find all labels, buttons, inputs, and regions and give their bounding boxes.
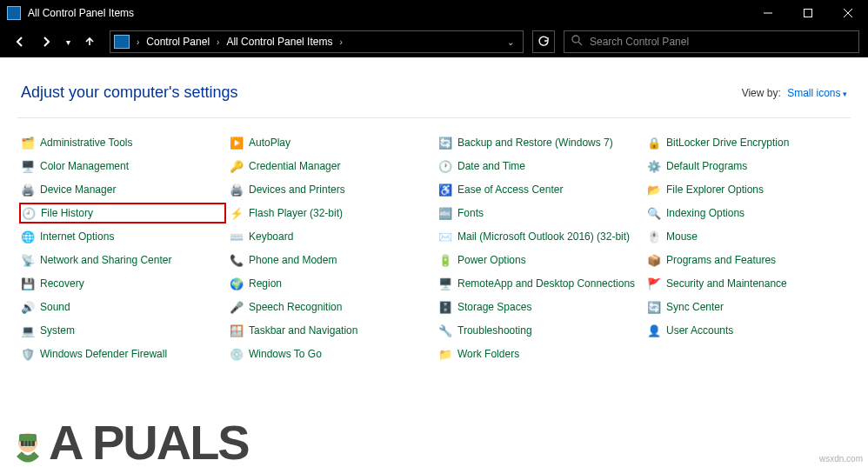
back-button[interactable] [9, 30, 31, 53]
cp-item-sound[interactable]: 🔊Sound [21, 298, 221, 316]
cp-item-date-and-time[interactable]: 🕐Date and Time [438, 157, 638, 175]
cp-item-label: Recovery [40, 277, 84, 290]
close-button[interactable] [828, 0, 868, 26]
cp-item-administrative-tools[interactable]: 🗂️Administrative Tools [21, 134, 221, 151]
svg-point-6 [18, 433, 37, 452]
cp-item-internet-options[interactable]: 🌐Internet Options [21, 228, 221, 245]
cp-item-color-management[interactable]: 🖥️Color Management [21, 157, 221, 175]
cp-item-troubleshooting[interactable]: 🔧Troubleshooting [438, 322, 638, 339]
cp-item-label: Phone and Modem [249, 254, 337, 266]
sync-center-icon: 🔄 [647, 300, 661, 314]
cp-item-programs-and-features[interactable]: 📦Programs and Features [647, 251, 847, 269]
cp-item-credential-manager[interactable]: 🔑Credential Manager [230, 157, 430, 175]
breadcrumb-current[interactable]: All Control Panel Items [223, 36, 336, 48]
cp-item-recovery[interactable]: 💾Recovery [21, 275, 221, 292]
view-by-dropdown[interactable]: Small icons [787, 87, 847, 99]
phone-and-modem-icon: 📞 [230, 253, 244, 267]
cp-item-autoplay[interactable]: ▶️AutoPlay [230, 134, 430, 151]
cp-item-label: Power Options [457, 254, 526, 266]
cp-item-flash-player-32-bit[interactable]: ⚡Flash Player (32-bit) [230, 204, 430, 222]
svg-rect-7 [19, 434, 37, 442]
cp-item-system[interactable]: 💻System [21, 322, 221, 339]
cp-item-label: Troubleshooting [457, 324, 532, 337]
cp-item-security-and-maintenance[interactable]: 🚩Security and Maintenance [647, 275, 847, 292]
cp-item-backup-and-restore-windows-7[interactable]: 🔄Backup and Restore (Windows 7) [438, 134, 638, 151]
svg-rect-8 [21, 441, 35, 446]
cp-item-default-programs[interactable]: ⚙️Default Programs [647, 157, 847, 175]
cp-item-label: Windows To Go [249, 348, 322, 360]
cp-item-devices-and-printers[interactable]: 🖨️Devices and Printers [230, 181, 430, 198]
address-dropdown-button[interactable]: ⌄ [502, 37, 519, 47]
cp-item-keyboard[interactable]: ⌨️Keyboard [230, 228, 430, 245]
cp-item-bitlocker-drive-encryption[interactable]: 🔒BitLocker Drive Encryption [647, 134, 847, 151]
chevron-right-icon[interactable]: › [215, 37, 221, 47]
cp-item-phone-and-modem[interactable]: 📞Phone and Modem [230, 251, 430, 269]
cp-item-label: Taskbar and Navigation [249, 324, 357, 337]
cp-item-label: Security and Maintenance [666, 277, 787, 290]
network-and-sharing-center-icon: 📡 [21, 253, 35, 267]
cp-item-label: File History [41, 207, 93, 219]
cp-item-power-options[interactable]: 🔋Power Options [438, 251, 638, 269]
power-options-icon: 🔋 [438, 253, 452, 267]
cp-item-work-folders[interactable]: 📁Work Folders [438, 345, 638, 363]
search-input[interactable]: Search Control Panel [564, 30, 859, 53]
cp-item-label: Fonts [457, 207, 484, 219]
credential-manager-icon: 🔑 [230, 159, 244, 173]
cp-item-file-explorer-options[interactable]: 📂File Explorer Options [647, 181, 847, 198]
cp-item-label: Windows Defender Firewall [40, 348, 167, 360]
cp-item-indexing-options[interactable]: 🔍Indexing Options [647, 204, 847, 222]
cp-item-label: User Accounts [666, 324, 733, 337]
cp-item-speech-recognition[interactable]: 🎤Speech Recognition [230, 298, 430, 316]
view-by: View by: Small icons [742, 87, 847, 99]
default-programs-icon: ⚙️ [647, 159, 661, 173]
cp-item-windows-to-go[interactable]: 💿Windows To Go [230, 345, 430, 363]
minimize-button[interactable] [748, 0, 788, 26]
content-area: Adjust your computer's settings View by:… [0, 57, 868, 363]
cp-item-label: Sound [40, 301, 70, 313]
user-accounts-icon: 👤 [647, 324, 661, 337]
fonts-icon: 🔤 [438, 206, 452, 220]
date-and-time-icon: 🕐 [438, 159, 452, 173]
cp-item-taskbar-and-navigation[interactable]: 🪟Taskbar and Navigation [230, 322, 430, 339]
cp-item-region[interactable]: 🌍Region [230, 275, 430, 292]
search-placeholder: Search Control Panel [590, 36, 689, 48]
cp-item-user-accounts[interactable]: 👤User Accounts [647, 322, 847, 339]
refresh-button[interactable] [532, 30, 555, 53]
items-grid: 🗂️Administrative Tools▶️AutoPlay🔄Backup … [17, 134, 851, 363]
cp-item-label: Region [249, 277, 282, 290]
cp-item-label: Backup and Restore (Windows 7) [457, 137, 613, 149]
sound-icon: 🔊 [21, 300, 35, 314]
mouse-icon: 🖱️ [647, 230, 661, 244]
forward-button[interactable] [35, 30, 57, 53]
cp-item-network-and-sharing-center[interactable]: 📡Network and Sharing Center [21, 251, 221, 269]
breadcrumb-root[interactable]: Control Panel [143, 36, 213, 48]
maximize-button[interactable] [788, 0, 828, 26]
address-bar[interactable]: › Control Panel › All Control Panel Item… [110, 30, 524, 53]
cp-item-storage-spaces[interactable]: 🗄️Storage Spaces [438, 298, 638, 316]
cp-item-mouse[interactable]: 🖱️Mouse [647, 228, 847, 245]
cp-item-ease-of-access-center[interactable]: ♿Ease of Access Center [438, 181, 638, 198]
cp-item-device-manager[interactable]: 🖨️Device Manager [21, 181, 221, 198]
troubleshooting-icon: 🔧 [438, 324, 452, 337]
brand-watermark: A PUALS [7, 418, 249, 467]
cp-item-remoteapp-and-desktop-connections[interactable]: 🖥️RemoteApp and Desktop Connections [438, 275, 638, 292]
cp-item-label: Devices and Printers [249, 183, 345, 196]
chevron-right-icon[interactable]: › [337, 37, 344, 47]
cp-item-windows-defender-firewall[interactable]: 🛡️Windows Defender Firewall [21, 345, 221, 363]
recent-locations-button[interactable]: ▾ [61, 30, 75, 53]
cp-item-label: Flash Player (32-bit) [249, 207, 343, 219]
cp-item-label: RemoteApp and Desktop Connections [457, 277, 635, 290]
cp-item-file-history[interactable]: 🕘File History [19, 203, 226, 223]
up-button[interactable] [78, 30, 101, 53]
region-icon: 🌍 [230, 277, 244, 290]
cp-item-mail-microsoft-outlook-2016-32-bit[interactable]: ✉️Mail (Microsoft Outlook 2016) (32-bit) [438, 228, 638, 245]
cp-item-label: Credential Manager [249, 160, 340, 172]
chevron-right-icon[interactable]: › [135, 37, 141, 47]
cp-item-label: Date and Time [457, 160, 525, 172]
site-watermark: wsxdn.com [819, 454, 863, 464]
cp-item-sync-center[interactable]: 🔄Sync Center [647, 298, 847, 316]
cp-item-label: Administrative Tools [40, 137, 133, 149]
cp-item-label: Color Management [40, 160, 129, 172]
cp-item-fonts[interactable]: 🔤Fonts [438, 204, 638, 222]
cp-item-label: File Explorer Options [666, 183, 764, 196]
